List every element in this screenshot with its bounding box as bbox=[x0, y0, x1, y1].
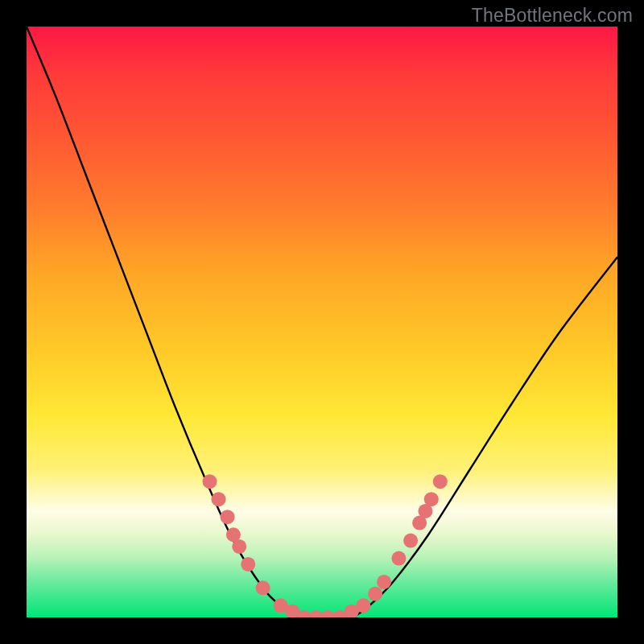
watermark-text: TheBottleneck.com bbox=[472, 5, 633, 27]
curve-marker bbox=[256, 580, 270, 595]
plot-area bbox=[27, 27, 617, 617]
curve-marker bbox=[356, 598, 370, 613]
curve-marker bbox=[403, 534, 418, 548]
curve-marker bbox=[433, 474, 448, 489]
curve-marker bbox=[241, 557, 255, 572]
curve-marker bbox=[368, 587, 382, 601]
curve-marker bbox=[232, 539, 246, 554]
curve-marker bbox=[391, 551, 406, 566]
bottleneck-curve-svg bbox=[27, 27, 617, 617]
curve-marker bbox=[212, 492, 226, 506]
curve-marker bbox=[377, 575, 391, 589]
curve-markers bbox=[203, 474, 448, 617]
curve-marker bbox=[221, 510, 235, 524]
curve-marker bbox=[424, 492, 439, 506]
chart-container: TheBottleneck.com bbox=[0, 0, 644, 644]
curve-marker bbox=[203, 474, 217, 489]
bottleneck-curve bbox=[27, 27, 617, 617]
